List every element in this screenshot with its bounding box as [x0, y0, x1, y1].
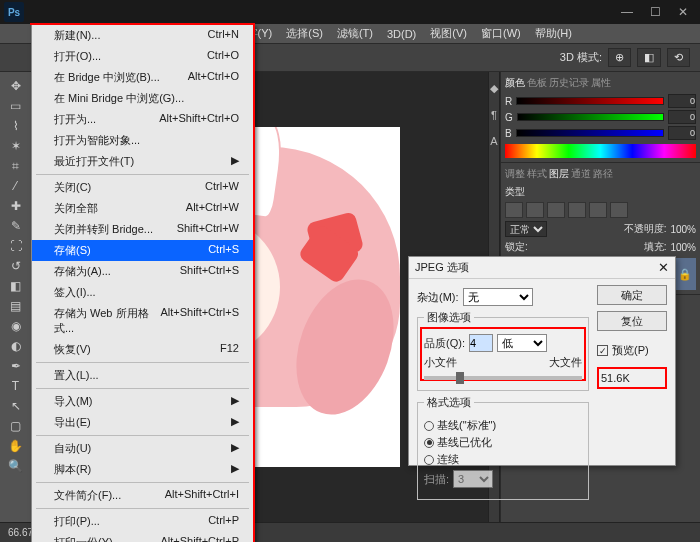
- value-r[interactable]: [668, 94, 696, 108]
- heal-tool[interactable]: ✚: [4, 196, 28, 216]
- file-menu-item[interactable]: 置入(L)...: [32, 365, 253, 386]
- file-menu-item[interactable]: 存储(S)Ctrl+S: [32, 240, 253, 261]
- file-menu-item[interactable]: 签入(I)...: [32, 282, 253, 303]
- file-menu-item[interactable]: 打印一份(Y)Alt+Shift+Ctrl+P: [32, 532, 253, 542]
- fill-value[interactable]: 100%: [670, 242, 696, 253]
- maximize-button[interactable]: ☐: [642, 3, 668, 21]
- menu-help[interactable]: 帮助(H): [528, 24, 579, 43]
- matte-select[interactable]: 无: [463, 288, 533, 306]
- menu-select[interactable]: 选择(S): [279, 24, 330, 43]
- menu-view[interactable]: 视图(V): [423, 24, 474, 43]
- crop-tool[interactable]: ⌗: [4, 156, 28, 176]
- quality-slider[interactable]: [424, 376, 582, 380]
- image-options-group: 图像选项 品质(Q): 低 小文件 大文件: [417, 310, 589, 391]
- gradient-tool[interactable]: ▤: [4, 296, 28, 316]
- file-menu-item[interactable]: 关闭(C)Ctrl+W: [32, 177, 253, 198]
- file-menu-item[interactable]: 存储为 Web 所用格式...Alt+Shift+Ctrl+S: [32, 303, 253, 339]
- type-tool[interactable]: T: [4, 376, 28, 396]
- tab-adjust[interactable]: 调整: [505, 167, 525, 181]
- radio-optimized[interactable]: 基线已优化: [424, 435, 582, 450]
- jpeg-options-dialog: JPEG 选项 ✕ 杂边(M): 无 图像选项 品质(Q): 低 小文件 大文件: [408, 256, 676, 466]
- adj-2[interactable]: [526, 202, 544, 218]
- file-menu-item[interactable]: 打印(P)...Ctrl+P: [32, 511, 253, 532]
- value-g[interactable]: [668, 110, 696, 124]
- tab-properties[interactable]: 属性: [591, 76, 611, 90]
- file-menu-item[interactable]: 存储为(A)...Shift+Ctrl+S: [32, 261, 253, 282]
- file-menu-item[interactable]: 关闭全部Alt+Ctrl+W: [32, 198, 253, 219]
- marquee-tool[interactable]: ▭: [4, 96, 28, 116]
- shape-tool[interactable]: ▢: [4, 416, 28, 436]
- file-menu-item[interactable]: 关闭并转到 Bridge...Shift+Ctrl+W: [32, 219, 253, 240]
- file-menu-item[interactable]: 打开为...Alt+Shift+Ctrl+O: [32, 109, 253, 130]
- options-3d-btn2[interactable]: ◧: [637, 48, 661, 67]
- lasso-tool[interactable]: ⌇: [4, 116, 28, 136]
- file-menu-item[interactable]: 在 Mini Bridge 中浏览(G)...: [32, 88, 253, 109]
- tab-styles[interactable]: 样式: [527, 167, 547, 181]
- adj-1[interactable]: [505, 202, 523, 218]
- adj-6[interactable]: [610, 202, 628, 218]
- collapsed-icon-2[interactable]: ¶: [491, 109, 497, 121]
- close-button[interactable]: ✕: [670, 3, 696, 21]
- preview-checkbox[interactable]: ✓: [597, 345, 608, 356]
- pen-tool[interactable]: ✒: [4, 356, 28, 376]
- adj-5[interactable]: [589, 202, 607, 218]
- blur-tool[interactable]: ◉: [4, 316, 28, 336]
- cancel-button[interactable]: 复位: [597, 311, 667, 331]
- file-menu-item[interactable]: 文件简介(F)...Alt+Shift+Ctrl+I: [32, 485, 253, 506]
- slider-g[interactable]: [517, 113, 664, 121]
- file-menu-item[interactable]: 导出(E)▶: [32, 412, 253, 433]
- menu-window[interactable]: 窗口(W): [474, 24, 528, 43]
- ok-button[interactable]: 确定: [597, 285, 667, 305]
- file-menu-item[interactable]: 脚本(R)▶: [32, 459, 253, 480]
- wand-tool[interactable]: ✶: [4, 136, 28, 156]
- options-3d-btn3[interactable]: ⟲: [667, 48, 690, 67]
- quality-label: 品质(Q):: [424, 336, 465, 351]
- zoom-tool[interactable]: 🔍: [4, 456, 28, 476]
- quality-preset-select[interactable]: 低: [497, 334, 547, 352]
- tab-paths[interactable]: 路径: [593, 167, 613, 181]
- blend-mode-select[interactable]: 正常: [505, 221, 547, 237]
- file-menu-item[interactable]: 打开为智能对象...: [32, 130, 253, 151]
- menu-3d[interactable]: 3D(D): [380, 26, 423, 42]
- adj-3[interactable]: [547, 202, 565, 218]
- file-menu-item[interactable]: 新建(N)...Ctrl+N: [32, 25, 253, 46]
- tab-history[interactable]: 历史记录: [549, 76, 589, 90]
- spectrum-bar[interactable]: [505, 144, 696, 158]
- hand-tool[interactable]: ✋: [4, 436, 28, 456]
- tab-swatches[interactable]: 色板: [527, 76, 547, 90]
- dodge-tool[interactable]: ◐: [4, 336, 28, 356]
- radio-baseline[interactable]: 基线("标准"): [424, 418, 582, 433]
- collapsed-icon-3[interactable]: A: [490, 135, 497, 147]
- minimize-button[interactable]: —: [614, 3, 640, 21]
- stamp-tool[interactable]: ⛶: [4, 236, 28, 256]
- toolbox: ✥ ▭ ⌇ ✶ ⌗ ⁄ ✚ ✎ ⛶ ↺ ◧ ▤ ◉ ◐ ✒ T ↖ ▢ ✋ 🔍: [0, 72, 32, 522]
- history-brush-tool[interactable]: ↺: [4, 256, 28, 276]
- value-b[interactable]: [668, 126, 696, 140]
- menu-filter[interactable]: 滤镜(T): [330, 24, 380, 43]
- dialog-titlebar[interactable]: JPEG 选项 ✕: [409, 257, 675, 279]
- slider-b[interactable]: [516, 129, 664, 137]
- eyedropper-tool[interactable]: ⁄: [4, 176, 28, 196]
- file-menu-item[interactable]: 在 Bridge 中浏览(B)...Alt+Ctrl+O: [32, 67, 253, 88]
- tab-layers[interactable]: 图层: [549, 167, 569, 181]
- radio-progressive[interactable]: 连续: [424, 452, 582, 467]
- file-menu-item[interactable]: 导入(M)▶: [32, 391, 253, 412]
- quality-input[interactable]: [469, 334, 493, 352]
- move-tool[interactable]: ✥: [4, 76, 28, 96]
- path-tool[interactable]: ↖: [4, 396, 28, 416]
- collapsed-icon-1[interactable]: ◆: [490, 82, 498, 95]
- eraser-tool[interactable]: ◧: [4, 276, 28, 296]
- dialog-close-button[interactable]: ✕: [658, 260, 669, 275]
- brush-tool[interactable]: ✎: [4, 216, 28, 236]
- lock-icon: 🔒: [678, 268, 692, 281]
- options-3d-btn1[interactable]: ⊕: [608, 48, 631, 67]
- file-menu-item[interactable]: 打开(O)...Ctrl+O: [32, 46, 253, 67]
- opacity-value[interactable]: 100%: [670, 224, 696, 235]
- adj-4[interactable]: [568, 202, 586, 218]
- file-menu-item[interactable]: 最近打开文件(T)▶: [32, 151, 253, 172]
- tab-channels[interactable]: 通道: [571, 167, 591, 181]
- tab-color[interactable]: 颜色: [505, 76, 525, 90]
- file-menu-item[interactable]: 自动(U)▶: [32, 438, 253, 459]
- file-menu-item[interactable]: 恢复(V)F12: [32, 339, 253, 360]
- slider-r[interactable]: [516, 97, 664, 105]
